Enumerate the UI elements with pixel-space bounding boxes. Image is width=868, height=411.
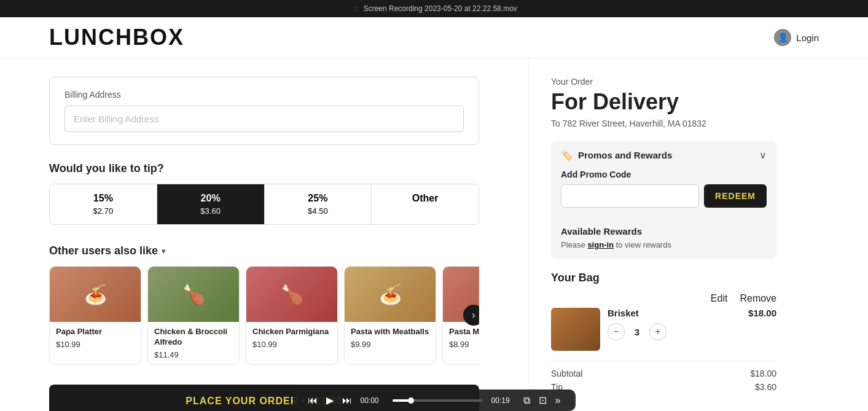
food-name-2: Chicken Parmigiana — [252, 327, 331, 337]
promos-box: 🏷️ Promos and Rewards ∨ Add Promo Code R… — [551, 141, 776, 259]
order-eyebrow: Your Order — [551, 77, 776, 87]
food-name-0: Papa Platter — [56, 327, 135, 337]
bag-item-img-0 — [551, 308, 600, 351]
login-label: Login — [796, 33, 819, 43]
tip-option-20[interactable]: 20% $3.60 — [157, 184, 265, 224]
order-address: To 782 River Street, Haverhill, MA 01832 — [551, 119, 776, 128]
also-like-section: Other users also like ▾ 🍝 Papa Platter $… — [49, 245, 479, 365]
order-summary: Subtotal $18.00 Tip $3.60 — [551, 361, 776, 392]
food-img-2: 🍗 — [246, 267, 337, 322]
qty-num-0: 3 — [631, 327, 643, 337]
subtotal-value: $18.00 — [750, 369, 776, 378]
food-price-4: $8.99 — [449, 340, 479, 349]
tip-amt-20: $3.60 — [200, 206, 221, 216]
redeem-button[interactable]: REDEEM — [704, 184, 767, 208]
promo-code-label: Add Promo Code — [561, 170, 767, 179]
fast-forward-icon[interactable]: ⏭ — [342, 395, 352, 406]
tip-amt-15: $2.70 — [93, 206, 114, 216]
sign-in-link[interactable]: sign-in — [587, 240, 614, 249]
food-img-0: 🍝 — [50, 267, 141, 322]
page-layout: Billing Address Would you like to tip? 1… — [0, 58, 868, 411]
qty-controls-0: − 3 + — [608, 323, 741, 340]
food-info-2: Chicken Parmigiana $10.99 — [246, 322, 337, 354]
play-icon[interactable]: ▶ — [326, 394, 334, 406]
tip-option-25[interactable]: 25% $4.50 — [265, 184, 372, 224]
food-card-3[interactable]: 🍝 Pasta with Meatballs $9.99 — [344, 266, 436, 365]
rewards-section: Available Rewards Please sign-in to view… — [551, 217, 776, 259]
progress-dot — [408, 397, 414, 404]
subtotal-row: Subtotal $18.00 — [551, 369, 776, 378]
bag-item-price-0: $18.00 — [748, 308, 776, 318]
promo-input[interactable] — [561, 184, 699, 208]
also-like-items: 🍝 Papa Platter $10.99 🍗 Chicken & Brocco… — [49, 266, 479, 365]
food-info-4: Pasta Marinara $8.99 — [443, 322, 479, 354]
tag-icon: 🏷️ — [561, 149, 573, 161]
subtotal-label: Subtotal — [551, 369, 582, 378]
more-icon[interactable]: » — [555, 395, 561, 406]
qty-increase-0[interactable]: + — [649, 323, 667, 340]
also-like-title: Other users also like — [49, 245, 158, 257]
billing-section: Billing Address — [49, 77, 479, 145]
tip-summary-value: $3.60 — [755, 382, 776, 392]
food-card-1[interactable]: 🍗 Chicken & Broccoli Alfredo $11.49 — [147, 266, 240, 365]
tip-options: 15% $2.70 20% $3.60 25% $4.50 Other — [49, 184, 479, 225]
food-info-1: Chicken & Broccoli Alfredo $11.49 — [148, 322, 239, 364]
food-nav-next[interactable]: › — [463, 305, 479, 326]
billing-input[interactable] — [65, 106, 464, 132]
header: LUNCHBOX 👤 Login — [0, 17, 868, 58]
tip-amt-25: $4.50 — [308, 206, 328, 216]
promos-header[interactable]: 🏷️ Promos and Rewards ∨ — [551, 141, 776, 170]
rewards-please: Please — [561, 240, 585, 249]
video-bar: ⏮ ▶ ⏭ 00:00 00:19 ⧉ ⊡ » — [293, 389, 576, 411]
recording-label: Screen Recording 2023-05-20 at 22.22.58.… — [364, 4, 517, 13]
rewards-sign-in-text: Please sign-in to view rewards — [561, 240, 767, 249]
promos-body: Add Promo Code REDEEM — [551, 170, 776, 217]
pip-icon[interactable]: ⊡ — [539, 394, 547, 406]
food-price-2: $10.99 — [252, 340, 331, 349]
food-name-3: Pasta with Meatballs — [351, 327, 429, 337]
rewind-icon[interactable]: ⏮ — [308, 395, 318, 406]
login-button[interactable]: 👤 Login — [774, 29, 819, 46]
current-time: 00:00 — [361, 396, 384, 405]
bag-item-middle-0: Brisket − 3 + — [608, 308, 741, 340]
tip-pct-20: 20% — [201, 193, 221, 204]
food-price-3: $9.99 — [351, 340, 429, 349]
bag-item-0: Brisket − 3 + $18.00 — [551, 308, 776, 351]
tip-pct-25: 25% — [308, 193, 327, 204]
tip-title: Would you like to tip? — [49, 162, 479, 175]
also-like-header[interactable]: Other users also like ▾ — [49, 245, 479, 257]
tip-option-other[interactable]: Other — [372, 184, 479, 224]
billing-label: Billing Address — [65, 90, 464, 100]
bag-actions-header: Edit Remove — [551, 293, 776, 304]
promos-title: Promos and Rewards — [578, 150, 672, 160]
recording-icon: ⏺ — [351, 3, 361, 14]
rewards-suffix: to view rewards — [616, 240, 671, 249]
food-card-2[interactable]: 🍗 Chicken Parmigiana $10.99 — [246, 266, 338, 365]
main-content: Billing Address Would you like to tip? 1… — [0, 58, 528, 411]
order-type: For Delivery — [551, 89, 776, 115]
food-card-0[interactable]: 🍝 Papa Platter $10.99 — [49, 266, 141, 365]
duration: 00:19 — [491, 396, 515, 405]
food-img-1: 🍗 — [148, 267, 239, 322]
bag-title: Your Bag — [551, 272, 776, 284]
food-info-0: Papa Platter $10.99 — [50, 322, 141, 354]
tip-section: Would you like to tip? 15% $2.70 20% $3.… — [49, 162, 479, 225]
food-price-0: $10.99 — [56, 340, 135, 349]
screen-icon[interactable]: ⧉ — [523, 395, 530, 406]
tip-option-15[interactable]: 15% $2.70 — [50, 184, 157, 224]
food-name-4: Pasta Marinara — [449, 327, 479, 337]
promo-code-row: REDEEM — [561, 184, 767, 208]
top-bar: ⏺ Screen Recording 2023-05-20 at 22.22.5… — [0, 0, 868, 17]
bag-item-name-0: Brisket — [608, 308, 741, 318]
logo: LUNCHBOX — [49, 25, 184, 50]
progress-bar[interactable] — [393, 399, 483, 402]
bag-item-actions-0: $18.00 — [748, 308, 776, 318]
promos-chevron: ∨ — [759, 149, 767, 161]
tip-pct-other: Other — [412, 193, 439, 204]
food-price-1: $11.49 — [154, 350, 233, 359]
food-img-3: 🍝 — [345, 267, 436, 322]
qty-decrease-0[interactable]: − — [608, 323, 625, 340]
rewards-label: Available Rewards — [561, 226, 767, 237]
edit-header-label: Edit — [711, 293, 728, 304]
remove-header-label: Remove — [740, 293, 776, 304]
